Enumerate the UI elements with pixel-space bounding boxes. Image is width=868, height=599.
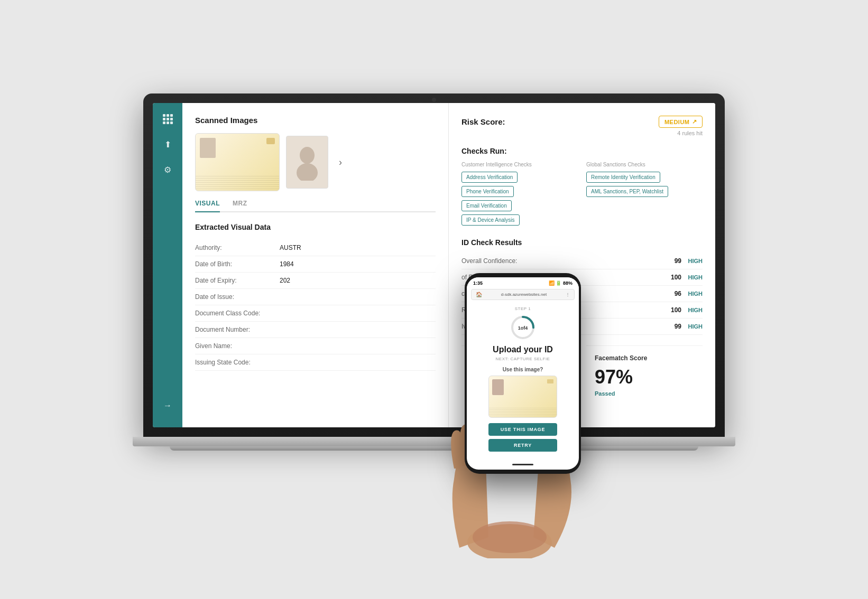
svg-point-0 [300, 147, 315, 164]
svg-point-1 [297, 163, 318, 181]
global-sanctions-col: Global Sanctions Checks Remote Identity … [586, 162, 703, 226]
next-image-button[interactable]: › [335, 153, 346, 172]
sanctions-checks-tags: Remote Identity Verification AML Sanctio… [586, 172, 703, 197]
phone-battery: 📶 🔋 88% [549, 280, 572, 286]
check-ip-device: IP & Device Analysis [461, 214, 520, 226]
laptop: ⬆ ⚙ → Scanned Images [143, 93, 725, 463]
passport-preview-phone [488, 376, 557, 418]
phone-time: 1:35 [473, 280, 483, 286]
risk-score-row: Risk Score: MEDIUM ↗ [461, 116, 703, 128]
upload-title: Upload your ID [493, 345, 553, 354]
field-issuing-state: Issuing State Code: [195, 354, 436, 371]
scene: ⬆ ⚙ → Scanned Images [117, 93, 751, 506]
retry-button[interactable]: RETRY [488, 439, 557, 452]
check-remote-identity: Remote Identity Verification [586, 172, 660, 183]
customer-intelligence-label: Customer Intelligence Checks [461, 162, 578, 167]
facematch-score-card: Facematch Score 97% Passed [586, 345, 703, 405]
camera [432, 98, 436, 102]
next-label: NEXT: CAPTURE SELFIE [496, 357, 550, 361]
check-email: Email Verification [461, 200, 512, 211]
risk-score-label: Risk Score: [461, 117, 505, 126]
home-bar [512, 464, 533, 465]
laptop-foot [170, 446, 698, 451]
field-given-name: Given Name: [195, 338, 436, 354]
left-panel: Scanned Images [182, 103, 449, 427]
customer-intelligence-col: Customer Intelligence Checks Address Ver… [461, 162, 578, 226]
tabs-row: VISUAL MRZ [195, 195, 436, 212]
share-icon[interactable]: ⬆ [160, 137, 175, 152]
field-expiry: Date of Expiry: 202 [195, 273, 436, 289]
checks-run-title: Checks Run: [461, 147, 703, 155]
risk-badge: MEDIUM ↗ [659, 116, 703, 128]
facematch-score-value: 97% [595, 366, 694, 388]
sidebar: ⬆ ⚙ → [153, 103, 182, 427]
settings-icon[interactable]: ⚙ [160, 162, 175, 177]
phone-url: d-sdk.azurewebsites.net [501, 292, 547, 297]
progress-circle: 1of4 [510, 314, 536, 341]
passport-image [195, 133, 280, 191]
laptop-bezel: ⬆ ⚙ → Scanned Images [143, 93, 725, 437]
step-count-text: 1of4 [518, 325, 528, 331]
rules-hit: 4 rules hit [461, 130, 703, 136]
global-sanctions-label: Global Sanctions Checks [586, 162, 703, 167]
checks-columns: Customer Intelligence Checks Address Ver… [461, 162, 703, 226]
use-image-label: Use this image? [503, 367, 543, 372]
check-aml: AML Sanctions, PEP, Watchlist [586, 186, 668, 197]
browser-menu[interactable]: ⋮ [566, 292, 570, 297]
field-dob: Date of Birth: 1984 [195, 256, 436, 273]
laptop-base [133, 437, 735, 446]
phone-screen: 1:35 📶 🔋 88% 🏠 d-sdk.azurewebsites.net ⋮… [467, 277, 579, 470]
extracted-visual-title: Extracted Visual Data [195, 223, 436, 231]
check-phone: Phone Verification [461, 186, 514, 197]
phone-home-bar [467, 461, 579, 470]
phone-browser-bar: 🏠 d-sdk.azurewebsites.net ⋮ [471, 289, 575, 300]
field-doc-number: Document Number: [195, 322, 436, 338]
arrow-right-icon[interactable]: → [163, 401, 172, 410]
field-authority: Authority: AUSTR [195, 240, 436, 256]
scanned-images-title: Scanned Images [195, 116, 436, 125]
svg-point-5 [473, 521, 547, 553]
customer-checks-tags: Address Verification Phone Verification … [461, 172, 578, 226]
field-issue: Date of Issue: [195, 289, 436, 305]
tab-visual[interactable]: VISUAL [195, 195, 220, 212]
svg-point-4 [467, 524, 552, 558]
facematch-score-label: Facematch Score [595, 354, 694, 362]
facematch-status: Passed [595, 390, 694, 397]
use-image-button[interactable]: USE THIS IMAGE [488, 423, 557, 436]
field-class-code: Document Class Code: [195, 305, 436, 322]
phone-content: STEP 1 1of4 Upload your ID NEXT: CAPTURE… [467, 300, 579, 461]
phone-statusbar: 1:35 📶 🔋 88% [467, 277, 579, 289]
scanned-images-area: › [195, 133, 436, 191]
grid-icon[interactable] [160, 111, 175, 126]
tab-mrz[interactable]: MRZ [233, 195, 247, 212]
face-image [286, 136, 328, 189]
browser-back[interactable]: 🏠 [476, 292, 482, 297]
check-address: Address Verification [461, 172, 518, 183]
laptop-screen: ⬆ ⚙ → Scanned Images [153, 103, 715, 427]
step-label: STEP 1 [515, 306, 531, 311]
phone-body: 1:35 📶 🔋 88% 🏠 d-sdk.azurewebsites.net ⋮… [465, 273, 581, 474]
phone-container: 1:35 📶 🔋 88% 🏠 d-sdk.azurewebsites.net ⋮… [449, 241, 597, 495]
